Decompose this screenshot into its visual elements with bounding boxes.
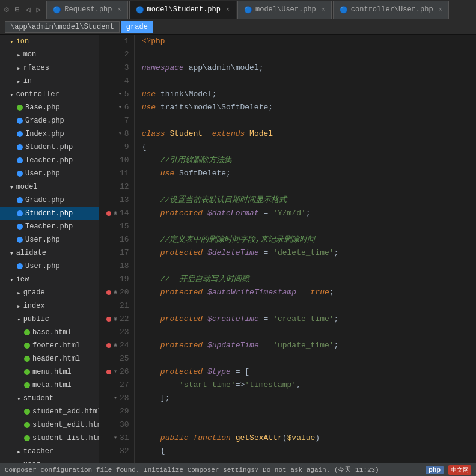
- tab-close-user-controller[interactable]: ×: [439, 7, 442, 13]
- code-line-13: //设置当前表默认日期时间显示格式: [142, 194, 476, 207]
- code-line-27: 'start_time'=>'timestamp',: [142, 379, 476, 392]
- sidebar-file-student-ctrl[interactable]: Student.php: [0, 141, 99, 154]
- tab-student[interactable]: 🔵 model\Student.php ×: [129, 1, 236, 19]
- file-icon-blue: [17, 131, 23, 137]
- sidebar-file-footer-html[interactable]: footer.html: [0, 339, 99, 352]
- line-num-19: 19: [106, 273, 129, 286]
- file-icon-blue: [17, 237, 23, 243]
- tab-label-user-controller: controller\User.php: [351, 5, 433, 14]
- tab-icon-student: 🔵: [136, 6, 144, 14]
- file-icon-blue: [17, 171, 23, 177]
- tab-close-student[interactable]: ×: [226, 7, 230, 13]
- sidebar-folder-teacher-view[interactable]: ▸ teacher: [0, 445, 99, 458]
- status-right: php 中文网: [426, 465, 471, 475]
- sidebar-file-teacher-ctrl[interactable]: Teacher.php: [0, 154, 99, 167]
- status-bar: Composer configuration file found. Initi…: [0, 463, 476, 476]
- sidebar-file-student-add[interactable]: student_add.html: [0, 405, 99, 418]
- code-line-12: [142, 180, 476, 194]
- breadcrumb-path[interactable]: \app\admin\model\Student: [5, 21, 120, 33]
- tab-icon-request: 🔵: [53, 6, 61, 14]
- sidebar-file-student-model[interactable]: Student.php: [0, 207, 99, 220]
- sidebar-folder-index-view[interactable]: ▸ index: [0, 299, 99, 313]
- code-line-14: protected $dateFormat = 'Y/m/d';: [142, 207, 476, 220]
- line-num-13: 13: [106, 194, 129, 207]
- sidebar-file-user-model[interactable]: User.php: [0, 233, 99, 246]
- sidebar-file-base-html[interactable]: base.html: [0, 326, 99, 339]
- line-num-20: ◉20: [106, 286, 129, 299]
- tab-close-user-model[interactable]: ×: [322, 7, 325, 13]
- code-line-30: [142, 418, 476, 432]
- sidebar-item-ion[interactable]: ▾ ion: [0, 35, 99, 48]
- code-line-21: [142, 299, 476, 313]
- tab-close-request[interactable]: ×: [118, 7, 121, 13]
- folder-icon: ▾: [10, 38, 14, 46]
- folder-icon: ▸: [17, 51, 21, 59]
- code-line-5: use think\Model;: [142, 88, 476, 101]
- sidebar-item-controller[interactable]: ▾ controller: [0, 88, 99, 101]
- sidebar-file-grade-ctrl[interactable]: Grade.php: [0, 114, 99, 127]
- line-num-21: 21: [106, 299, 129, 313]
- sidebar-file-grade-model[interactable]: Grade.php: [0, 194, 99, 207]
- code-line-18: [142, 260, 476, 273]
- file-icon-blue: [17, 263, 23, 269]
- sidebar-file-user-validate[interactable]: User.php: [0, 260, 99, 273]
- code-line-31: public function getSexAttr($value): [142, 432, 476, 445]
- code-line-8: class Student extends Model: [142, 127, 476, 141]
- sidebar-folder-view[interactable]: ▾ iew: [0, 273, 99, 286]
- breadcrumb-grade[interactable]: grade: [121, 21, 153, 33]
- sidebar-file-student-edit[interactable]: student_edit.html: [0, 418, 99, 432]
- code-line-28: ];: [142, 392, 476, 405]
- line-num-12: 12: [106, 180, 129, 194]
- code-line-7: [142, 114, 476, 127]
- line-num-2: 2: [106, 48, 129, 61]
- sidebar-folder-public-view[interactable]: ▾ public: [0, 313, 99, 326]
- code-line-25: [142, 352, 476, 365]
- sidebar-file-user-ctrl[interactable]: User.php: [0, 167, 99, 180]
- sidebar-folder-grade-view[interactable]: ▸ grade: [0, 286, 99, 299]
- file-icon-green: [17, 105, 23, 111]
- code-line-20: protected $autoWriteTimestamp = true;: [142, 286, 476, 299]
- sidebar-file-base[interactable]: Base.php: [0, 101, 99, 114]
- line-numbers: 1 2 3 4 ▾5 ▾6 7 ▾8 9 10 11 12 13 ◉14 15 …: [99, 35, 135, 463]
- line-num-6: ▾6: [106, 101, 129, 114]
- sidebar-item-rfaces[interactable]: ▸ rfaces: [0, 61, 99, 75]
- file-icon-blue: [17, 118, 23, 124]
- nav-fwd-icon[interactable]: ▷: [34, 4, 43, 16]
- tab-user-model[interactable]: 🔵 model\User.php ×: [237, 1, 332, 19]
- line-num-31: ▾31: [106, 432, 129, 445]
- folder-icon: ▸: [17, 78, 21, 85]
- tab-icon-user-model: 🔵: [244, 6, 252, 14]
- code-line-10: //引用软删除方法集: [142, 154, 476, 167]
- sidebar-folder-user-view[interactable]: ▸ user: [0, 458, 99, 463]
- split-icon[interactable]: ⊞: [13, 4, 22, 16]
- sidebar-file-index-ctrl[interactable]: Index.php: [0, 127, 99, 141]
- tab-label-user-model: model\User.php: [255, 5, 316, 14]
- sidebar-folder-validate[interactable]: ▾ alidate: [0, 246, 99, 260]
- sidebar-file-header-html[interactable]: header.html: [0, 352, 99, 365]
- folder-icon: ▾: [10, 249, 14, 257]
- nav-back-icon[interactable]: ◁: [24, 4, 32, 16]
- line-num-1: 1: [106, 35, 129, 48]
- tab-user-controller[interactable]: 🔵 controller\User.php ×: [333, 1, 449, 19]
- tab-request[interactable]: 🔵 Request.php ×: [46, 1, 127, 19]
- line-num-11: 11: [106, 167, 129, 180]
- sidebar-file-teacher-model[interactable]: Teacher.php: [0, 220, 99, 233]
- sidebar-folder-student-view[interactable]: ▾ student: [0, 392, 99, 405]
- code-line-2: [142, 48, 476, 61]
- code-line-23: [142, 326, 476, 339]
- sidebar-file-meta-html[interactable]: meta.html: [0, 379, 99, 392]
- line-num-14: ◉14: [106, 207, 129, 220]
- settings-icon[interactable]: ⚙: [2, 4, 11, 16]
- code-line-26: protected $type = [: [142, 365, 476, 379]
- editor-area[interactable]: 1 2 3 4 ▾5 ▾6 7 ▾8 9 10 11 12 13 ◉14 15 …: [99, 35, 476, 463]
- sidebar-file-menu-html[interactable]: menu.html: [0, 365, 99, 379]
- sidebar-item-mon[interactable]: ▸ mon: [0, 48, 99, 61]
- file-icon-green: [24, 422, 30, 428]
- folder-icon: ▸: [17, 448, 21, 456]
- line-num-10: 10: [106, 154, 129, 167]
- sidebar-item-in[interactable]: ▸ in: [0, 75, 99, 88]
- code-content[interactable]: <?php namespace app\admin\model; use thi…: [135, 35, 476, 463]
- file-icon-green: [24, 329, 30, 335]
- sidebar-file-student-list[interactable]: student_list.html: [0, 432, 99, 445]
- sidebar-folder-model[interactable]: ▾ model: [0, 180, 99, 194]
